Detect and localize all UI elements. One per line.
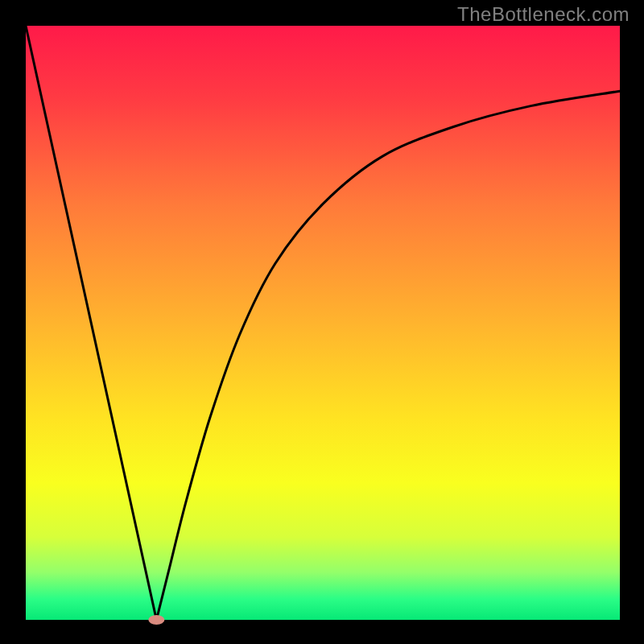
bottleneck-chart bbox=[0, 0, 644, 644]
gradient-background bbox=[26, 26, 620, 620]
watermark-text: TheBottleneck.com bbox=[457, 3, 630, 26]
minimum-marker bbox=[148, 615, 164, 625]
chart-frame: TheBottleneck.com bbox=[0, 0, 644, 644]
